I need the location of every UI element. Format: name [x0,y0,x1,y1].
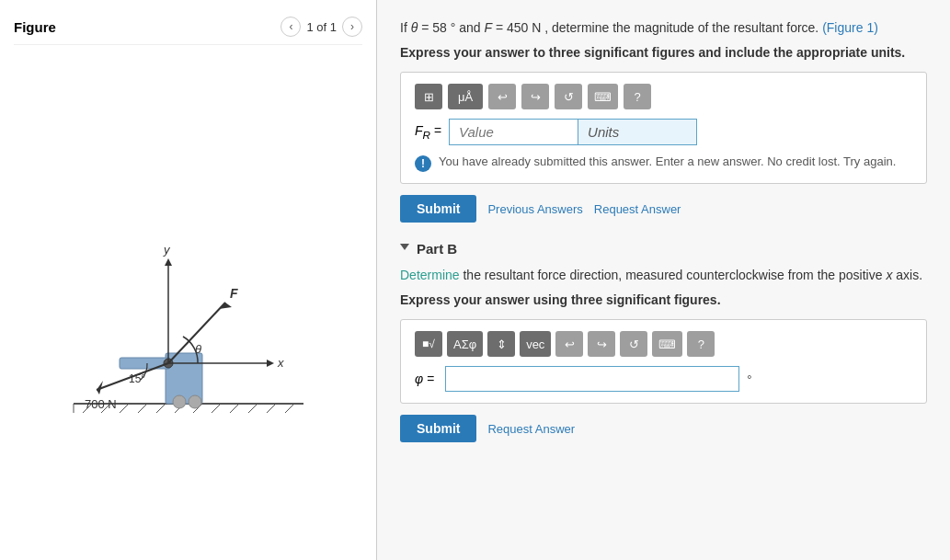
keyboard-btn-b[interactable]: ⌨ [652,331,682,357]
toolbar-part-a: ⊞ μÅ ↩ ↪ ↺ ⌨ ? [415,84,912,109]
fr-input-row: FR = [415,119,912,145]
phi-label: φ = [415,371,434,386]
svg-text:700 N: 700 N [85,397,117,411]
collapse-icon[interactable] [400,244,409,255]
sqrt-btn[interactable]: ■√ [415,331,442,357]
request-answer-link-b[interactable]: Request Answer [487,422,575,436]
undo-btn-b[interactable]: ↩ [555,331,583,357]
figure-link[interactable]: (Figure 1) [822,20,878,35]
svg-text:θ: θ [195,342,201,356]
svg-text:F: F [230,286,238,301]
svg-line-6 [156,404,166,413]
prev-arrow[interactable]: ‹ [280,17,301,37]
reset-btn-b[interactable]: ↺ [620,331,647,357]
figure-header: Figure ‹ 1 of 1 › [14,9,362,45]
toolbar-part-b: ■√ ΑΣφ ⇕ vec ↩ ↪ ↺ ⌨ ? [415,331,912,357]
svg-line-10 [230,404,239,413]
mu-btn[interactable]: μÅ [448,84,483,109]
problem-statement: If θ = 58 ° and F = 450 N , determine th… [400,18,927,38]
part-b-desc: Determine the resultant force direction,… [400,266,927,285]
part-b-express: Express your answer using three signific… [400,291,927,310]
action-row-part-a: Submit Previous Answers Request Answer [400,195,927,223]
submit-button-part-b[interactable]: Submit [400,415,476,442]
svg-line-12 [267,404,276,413]
next-arrow[interactable]: › [342,17,362,37]
figure-nav: ‹ 1 of 1 › [280,17,362,37]
svg-text:15°: 15° [129,372,145,385]
svg-line-13 [285,404,294,413]
units-input[interactable] [578,119,697,145]
svg-text:y: y [163,243,171,257]
alpha-sigma-btn[interactable]: ΑΣφ [447,331,483,357]
part-b-header: Part B [400,241,927,257]
svg-point-16 [173,395,186,408]
svg-point-17 [189,395,201,408]
determine-text: Determine [400,268,460,282]
figure-label: Figure [14,19,56,35]
help-btn[interactable]: ? [624,84,651,109]
svg-line-5 [138,404,147,413]
svg-line-9 [212,404,221,413]
answer-box-part-b: ■√ ΑΣφ ⇕ vec ↩ ↪ ↺ ⌨ ? φ = ° [400,319,927,404]
redo-btn[interactable]: ↪ [521,84,549,109]
right-panel: If θ = 58 ° and F = 450 N , determine th… [377,0,950,560]
degree-symbol: ° [747,372,751,386]
action-row-part-b: Submit Request Answer [400,415,927,442]
submit-button-part-a[interactable]: Submit [400,195,476,223]
updown-btn[interactable]: ⇕ [487,331,515,357]
part-b-section: Part B Determine the resultant force dir… [400,241,927,442]
warning-text: You have already submitted this answer. … [439,154,896,168]
svg-marker-20 [267,360,274,367]
keyboard-btn[interactable]: ⌨ [588,84,618,109]
help-btn-b[interactable]: ? [687,331,715,357]
phi-input-row: φ = ° [415,366,912,392]
figure-svg: x y F θ 15° 700 N [46,178,331,427]
part-b-label: Part B [417,241,457,257]
warning-icon: ! [415,155,431,172]
undo-btn[interactable]: ↩ [488,84,516,109]
answer-box-part-a: ⊞ μÅ ↩ ↪ ↺ ⌨ ? FR = ! You have already s… [400,72,927,184]
reset-btn[interactable]: ↺ [555,84,582,109]
request-answer-link[interactable]: Request Answer [594,202,681,216]
page-indicator: 1 of 1 [306,20,337,34]
svg-text:x: x [277,356,284,370]
vec-btn[interactable]: vec [520,331,551,357]
left-panel: Figure ‹ 1 of 1 › [0,0,377,560]
express-instruction: Express your answer to three significant… [400,43,927,63]
svg-rect-15 [120,358,170,369]
value-input[interactable] [449,119,578,145]
redo-btn-b[interactable]: ↪ [588,331,615,357]
svg-line-11 [248,404,258,413]
svg-marker-23 [165,258,172,266]
matrix-btn[interactable]: ⊞ [415,84,442,109]
fr-label: FR = [415,123,441,141]
phi-input[interactable] [445,366,739,392]
figure-area: x y F θ 15° 700 N [14,54,362,551]
warning-message: ! You have already submitted this answer… [415,154,912,172]
previous-answers-link[interactable]: Previous Answers [487,202,582,216]
svg-marker-26 [219,303,232,309]
svg-line-4 [120,404,129,413]
